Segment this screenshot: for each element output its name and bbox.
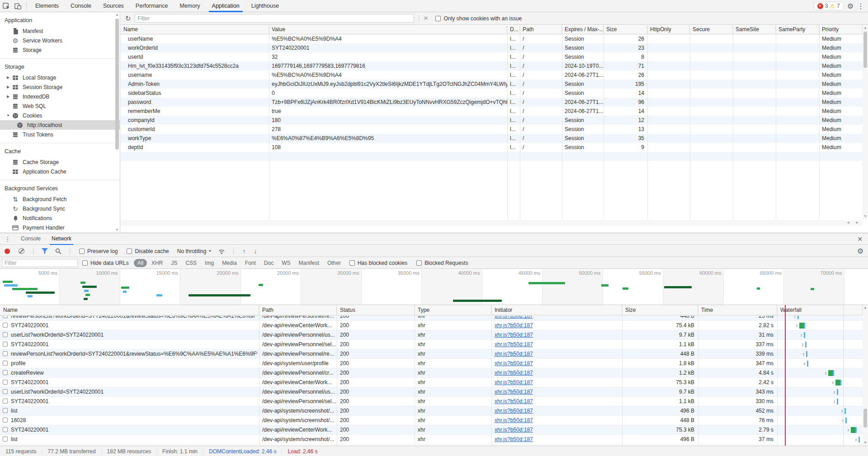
sidebar-item-cookies[interactable]: ▼Cookies [0,111,120,120]
refresh-icon[interactable]: ↻ [125,14,131,23]
column-header-waterfall[interactable]: Waterfall [777,305,863,315]
column-header-size[interactable]: Size [604,25,647,34]
expander-collapsed-icon[interactable]: ▶ [5,75,11,80]
export-har-icon[interactable]: ↓ [254,248,257,255]
clear-filter-icon[interactable]: ✕ [424,15,429,22]
request-checkbox[interactable] [3,323,8,328]
type-filter-css[interactable]: CSS [182,259,200,267]
network-request-row[interactable]: userList?workOrderId=SYT240220001/dev-ap… [0,330,863,340]
sidebar-item-storage[interactable]: Storage [0,45,120,55]
request-checkbox[interactable] [3,316,8,318]
request-checkbox[interactable] [3,342,8,347]
type-filter-media[interactable]: Media [218,259,241,267]
initiator-link[interactable]: xhr.js?b50d:187 [495,379,533,385]
scroll-down-icon[interactable]: ▼ [863,214,868,219]
network-request-row[interactable]: SYT240220001/dev-api/reviewPersonnel/sel… [0,397,863,406]
cookie-filter-input[interactable] [135,14,414,23]
cookie-row[interactable]: deptId108l.../Session9Medium [121,143,863,152]
network-settings-gear-icon[interactable]: ⚙ [857,247,868,255]
column-header-sameparty[interactable]: SameParty [776,25,819,34]
initiator-link[interactable]: xhr.js?b50d:187 [495,332,533,338]
cookie-horizontal-scrollbar[interactable]: ◄► [121,220,863,226]
request-checkbox[interactable] [3,370,8,375]
column-header-samesite[interactable]: SameSite [733,25,776,34]
drawer-close-icon[interactable]: ✕ [857,235,868,243]
type-filter-ws[interactable]: WS [278,259,294,267]
tab-console[interactable]: Console [65,0,97,12]
initiator-link[interactable]: xhr.js?b50d:187 [495,360,533,367]
disable-cache-toggle[interactable]: Disable cache [127,248,169,254]
only-issue-checkbox[interactable] [435,16,441,21]
scroll-right-icon[interactable]: ► [855,221,859,225]
record-button[interactable] [5,249,10,254]
device-toolbar-icon[interactable] [12,0,24,12]
network-request-row[interactable]: reviewPersonList?workOrderId=SYT24022000… [0,316,863,321]
column-header-time[interactable]: Time [698,305,777,315]
network-request-row[interactable]: SYT240220001/dev-api/reviewCenterWork...… [0,425,863,435]
cookie-row[interactable]: userName%E5%BC%A0%E5%9D%A4l.../Session26… [121,34,863,43]
initiator-link[interactable]: xhr.js?b50d:187 [495,351,533,357]
expander-expanded-icon[interactable]: ▼ [5,113,11,118]
request-checkbox[interactable] [3,389,8,394]
network-request-row[interactable]: SYT240220001/dev-api/reviewCenterWork...… [0,378,863,387]
sidebar-item-http-localhost[interactable]: http://localhost [0,120,120,130]
tab-lighthouse[interactable]: Lighthouse [245,0,285,12]
cookie-row[interactable]: customerId278l.../Session13Medium [121,125,863,134]
drawer-menu-icon[interactable]: ⋮ [0,235,15,243]
initiator-link[interactable]: xhr.js?b50d:187 [495,408,533,414]
scroll-left-icon[interactable]: ◄ [846,221,850,225]
hide-data-urls-toggle[interactable]: Hide data URLs [82,260,129,266]
column-header-size[interactable]: Size [622,305,698,315]
cookie-vertical-scrollbar[interactable]: ▲▼ [863,25,868,219]
network-request-row[interactable]: SYT240220001/dev-api/reviewPersonnel/sel… [0,340,863,349]
sidebar-item-background-sync[interactable]: ↻Background Sync [0,204,120,213]
initiator-link[interactable]: xhr.js?b50d:187 [495,370,533,376]
sidebar-item-application-cache[interactable]: Application Cache [0,167,120,176]
cookie-row[interactable]: userId32l.../Session8Medium [121,52,863,61]
cookie-row[interactable]: username%E5%BC%A0%E5%9D%A4l.../2024-06-2… [121,71,863,80]
type-filter-font[interactable]: Font [241,259,259,267]
initiator-link[interactable]: xhr.js?b50d:187 [495,436,533,442]
cookie-row[interactable]: companyId180l.../Session12Medium [121,116,863,125]
network-request-row[interactable]: list/dev-api/system/screenshot/...200xhr… [0,435,863,444]
column-header-path[interactable]: Path [259,305,337,315]
scrollbar-thumb[interactable] [863,409,867,428]
issues-badge[interactable]: ✕ 3 ⚠ 7 [814,2,844,10]
cookie-row[interactable]: rememberMetruel.../2024-06-27T1...14Medi… [121,107,863,116]
request-checkbox[interactable] [3,408,8,413]
column-header-name[interactable]: Name [0,305,259,315]
tab-elements[interactable]: Elements [29,0,65,12]
more-options-icon[interactable]: ⋮ [857,2,864,10]
disable-cache-checkbox[interactable] [127,249,132,254]
expander-collapsed-icon[interactable]: ▶ [5,85,11,89]
initiator-link[interactable]: xhr.js?b50d:187 [495,427,533,433]
column-header-secure[interactable]: Secure [690,25,733,34]
clear-network-log-icon[interactable] [19,248,24,254]
scroll-down-icon[interactable]: ▼ [863,440,868,446]
network-request-row[interactable]: createReview/dev-api/reviewPersonnel/cr.… [0,368,863,378]
network-request-row[interactable]: SYT240220001/dev-api/reviewCenterWork...… [0,321,863,330]
tab-memory[interactable]: Memory [174,0,206,12]
column-header-expiresmax[interactable]: Expires / Max-... [562,25,604,34]
drawer-tab-console[interactable]: Console [15,233,46,245]
type-filter-all[interactable]: All [134,259,147,267]
preserve-log-checkbox[interactable] [79,249,85,254]
type-filter-xhr[interactable]: XHR [148,259,166,267]
cookie-row[interactable]: Hm_lvt_f0e331435f93c3123dfd754c5528cc2a1… [121,61,863,71]
request-checkbox[interactable] [3,418,8,423]
network-overview-timeline[interactable]: 5000 ms10000 ms15000 ms20000 ms25000 ms3… [0,269,868,305]
has-blocked-cookies-checkbox[interactable] [349,260,355,266]
scrollbar-thumb[interactable] [115,19,119,150]
sidebar-item-indexeddb[interactable]: ▶IndexedDB [0,92,120,101]
cookie-row[interactable]: workOrderIdSYT240220001l.../Session23Med… [121,43,863,52]
initiator-link[interactable]: xhr.js?b50d:187 [495,417,533,423]
type-filter-img[interactable]: Img [201,259,217,267]
scroll-down-icon[interactable]: ▼ [115,227,119,233]
inspect-element-icon[interactable] [0,0,12,12]
blocked-requests-checkbox[interactable] [416,260,422,266]
hide-data-urls-checkbox[interactable] [82,260,88,266]
scroll-up-icon[interactable]: ▲ [863,25,868,31]
tab-application[interactable]: Application [206,0,245,12]
cookie-row[interactable]: Admin-TokeneyJhbGciOiJIUzUxMiJ9.eyJsb2dp… [121,80,863,89]
scroll-up-icon[interactable]: ▲ [863,305,868,310]
